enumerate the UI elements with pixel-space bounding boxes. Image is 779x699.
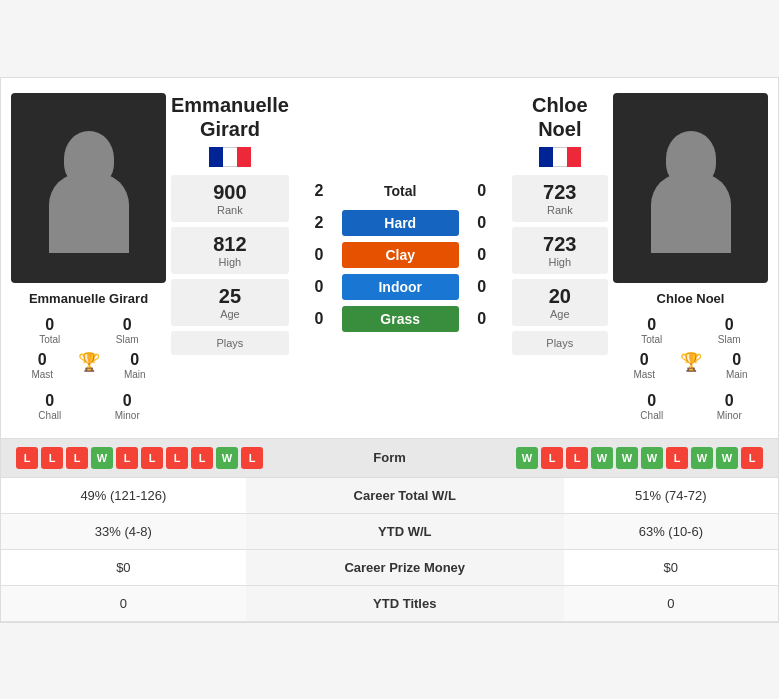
player1-age-value: 25 [175,285,285,308]
p2-total-score: 0 [467,182,497,200]
player2-mast-cell: 0 Mast [613,349,676,382]
table-row: 49% (121-126) Career Total W/L 51% (74-7… [1,478,778,514]
table-p2-value: 63% (10-6) [564,513,778,549]
form-badge: L [241,447,263,469]
player2-chall-cell: 0 Chall [613,390,691,423]
p2-hard-score: 0 [467,214,497,232]
center-info-p2: Chloe Noel 723 Rank 723 High 20 Age Play… [507,93,613,423]
player2-chall-label: Chall [617,410,687,421]
flag1-red [237,147,251,167]
player1-minor-label: Minor [93,410,163,421]
form-badge: W [91,447,113,469]
table-row-label: Career Total W/L [246,478,564,514]
player2-main-cell: 0 Main [706,349,769,382]
table-p2-value: 0 [564,585,778,621]
p1-hard-score: 2 [304,214,334,232]
player2-mast-label: Mast [617,369,672,380]
form-badge: L [541,447,563,469]
player2-age-value: 20 [516,285,604,308]
player2-chall-value: 0 [617,392,687,410]
player1-total-value: 0 [15,316,85,334]
player2-total-label: Total [617,334,687,345]
table-row: 0 YTD Titles 0 [1,585,778,621]
form-badge: L [116,447,138,469]
player2-plays-box: Plays [512,331,608,355]
player2-avatar [613,93,768,283]
court-row-clay: 0 Clay 0 [304,242,497,268]
court-row-hard: 2 Hard 0 [304,210,497,236]
player1-row3: 0 Mast 🏆 0 Main [11,349,166,382]
player2-rank-value: 723 [516,181,604,204]
form-badge: L [41,447,63,469]
player2-form-badges: WLLWWWLWWL [440,447,764,469]
form-badge: L [141,447,163,469]
player2-bottom-stats: 0 Chall 0 Minor [613,390,768,423]
player1-chall-label: Chall [15,410,85,421]
table-p2-value: $0 [564,549,778,585]
player1-main-cell: 0 Main [104,349,167,382]
player1-high-value: 812 [175,233,285,256]
player1-trophy-cell: 🏆 [74,349,104,382]
player1-mast-value: 0 [15,351,70,369]
player1-high-label: High [175,256,285,268]
player1-slam-cell: 0 Slam [89,314,167,347]
flag1-white [223,147,237,167]
table-p1-value: 33% (4-8) [1,513,246,549]
form-section: LLLWLLLLWL Form WLLWWWLWWL [1,438,778,478]
table-row-label: Career Prize Money [246,549,564,585]
player2-high-value: 723 [516,233,604,256]
flag2-red [567,147,581,167]
table-row: 33% (4-8) YTD W/L 63% (10-6) [1,513,778,549]
player1-name-below: Emmanuelle Girard [29,291,148,306]
center-info-p1: Emmanuelle Girard 900 Rank 812 High 25 A… [166,93,294,423]
player2-name-below: Chloe Noel [657,291,725,306]
player2-title-name: Chloe Noel [512,93,608,141]
player2-high-box: 723 High [512,227,608,274]
player2-age-box: 20 Age [512,279,608,326]
player1-flag [209,147,251,167]
player2-main-label: Main [710,369,765,380]
player2-minor-label: Minor [695,410,765,421]
silhouette2-head [666,131,716,186]
player1-slam-value: 0 [93,316,163,334]
flag1-blue [209,147,223,167]
player2-total-value: 0 [617,316,687,334]
stats-table: 49% (121-126) Career Total W/L 51% (74-7… [1,478,778,622]
player2-slam-value: 0 [695,316,765,334]
court-row-total: 2 Total 0 [304,178,497,204]
table-p2-value: 51% (74-72) [564,478,778,514]
player2-stats-grid: 0 Total 0 Slam [613,314,768,347]
main-container: Emmanuelle Girard 0 Total 0 Slam 0 Mast … [0,77,779,623]
player1-form-badges: LLLWLLLLWL [16,447,340,469]
player2-row3: 0 Mast 🏆 0 Main [613,349,768,382]
player1-age-box: 25 Age [171,279,289,326]
player2-rank-box: 723 Rank [512,175,608,222]
player1-stats-grid: 0 Total 0 Slam [11,314,166,347]
table-row-label: YTD Titles [246,585,564,621]
form-badge: L [191,447,213,469]
player1-high-box: 812 High [171,227,289,274]
player1-plays-label: Plays [175,337,285,349]
player1-slam-label: Slam [93,334,163,345]
silhouette-head [64,131,114,186]
player2-plays-label: Plays [516,337,604,349]
clay-label: Clay [342,242,459,268]
player2-flag [539,147,581,167]
player2-rank-label: Rank [516,204,604,216]
table-row-label: YTD W/L [246,513,564,549]
hard-label: Hard [342,210,459,236]
form-label: Form [340,450,440,465]
form-badge: L [741,447,763,469]
p1-grass-score: 0 [304,310,334,328]
p1-indoor-score: 0 [304,278,334,296]
player1-minor-value: 0 [93,392,163,410]
player1-main-label: Main [108,369,163,380]
form-badge: L [166,447,188,469]
top-section: Emmanuelle Girard 0 Total 0 Slam 0 Mast … [1,78,778,438]
player2-trophy-cell: 🏆 [676,349,706,382]
player1-rank-label: Rank [175,204,285,216]
player2-slam-cell: 0 Slam [691,314,769,347]
form-badge: W [216,447,238,469]
form-badge: W [616,447,638,469]
player2-mast-value: 0 [617,351,672,369]
